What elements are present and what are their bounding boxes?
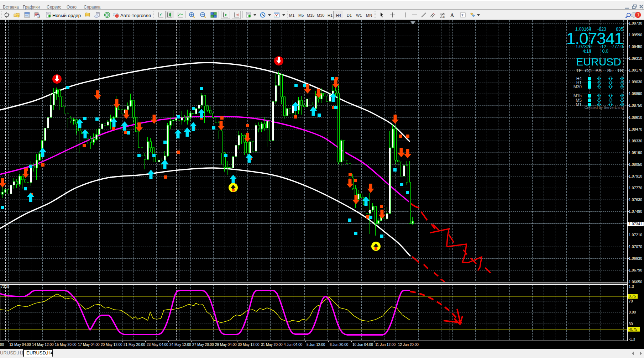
svg-text:15 May 20:00: 15 May 20:00 xyxy=(55,343,77,347)
svg-text:1.08190: 1.08190 xyxy=(629,151,642,155)
svg-text:7319: 7319 xyxy=(1,284,9,289)
svg-text:1.07070: 1.07070 xyxy=(629,244,642,249)
svg-text:Created by ServerUang: Created by ServerUang xyxy=(585,105,624,110)
svg-text:20 May 12:00: 20 May 12:00 xyxy=(101,343,122,347)
svg-text:1.07630: 1.07630 xyxy=(629,198,642,202)
svg-text:0.0: 0.0 xyxy=(602,49,608,54)
svg-text:-0.75: -0.75 xyxy=(629,327,637,331)
svg-text:4:14: 4:14 xyxy=(583,49,591,54)
svg-text:11 Jun 12:00: 11 Jun 12:00 xyxy=(375,343,396,347)
svg-text:TR: TR xyxy=(617,68,623,73)
svg-text:M1: M1 xyxy=(576,102,582,107)
svg-text:0.00: 0.00 xyxy=(629,310,636,314)
svg-text:1.07490: 1.07490 xyxy=(629,209,642,214)
svg-text:1.09450: 1.09450 xyxy=(629,44,642,49)
svg-text:1.07341: 1.07341 xyxy=(629,222,642,226)
svg-text:30: 30 xyxy=(629,322,633,326)
svg-text:0.75: 0.75 xyxy=(629,294,636,298)
svg-text:30 May 12:00: 30 May 12:00 xyxy=(238,343,260,347)
svg-text:TF: TF xyxy=(576,68,582,73)
svg-text:1.07910: 1.07910 xyxy=(629,174,642,178)
svg-text:10 Jun 04:00: 10 Jun 04:00 xyxy=(352,343,373,347)
svg-text:1.08750: 1.08750 xyxy=(629,103,642,107)
svg-text:Str: Str xyxy=(607,68,613,73)
svg-text:1.09170: 1.09170 xyxy=(629,68,642,72)
svg-text:5 Jun 12:00: 5 Jun 12:00 xyxy=(307,343,325,347)
svg-text:70: 70 xyxy=(629,299,633,303)
svg-text:17 May 04:00: 17 May 04:00 xyxy=(78,343,100,347)
svg-text:-1.3: -1.3 xyxy=(629,337,635,341)
svg-text:1.09030: 1.09030 xyxy=(629,80,642,84)
svg-text:1.09310: 1.09310 xyxy=(629,56,642,60)
svg-text:00: 00 xyxy=(0,343,4,347)
svg-text:CC: CC xyxy=(585,68,592,73)
svg-text:1.09730: 1.09730 xyxy=(629,21,642,25)
svg-text:1.07770: 1.07770 xyxy=(629,186,642,190)
svg-text:1.07329: 1.07329 xyxy=(576,44,592,49)
svg-text:1.08050: 1.08050 xyxy=(629,162,642,167)
svg-text:EURUSD: EURUSD xyxy=(576,56,621,68)
svg-text:1.08610: 1.08610 xyxy=(629,115,642,120)
svg-text:-12: -12 xyxy=(600,44,606,49)
svg-text:27 May 20:00: 27 May 20:00 xyxy=(192,343,214,347)
svg-text:1.06790: 1.06790 xyxy=(629,268,642,272)
svg-text:1.06930: 1.06930 xyxy=(629,256,642,260)
svg-text:12 Jun 20:00: 12 Jun 20:00 xyxy=(398,343,419,347)
svg-text:29 May 04:00: 29 May 04:00 xyxy=(215,343,237,347)
svg-text:13 May 04:00: 13 May 04:00 xyxy=(9,343,31,347)
svg-text:1.08330: 1.08330 xyxy=(629,139,642,143)
svg-text:1.08890: 1.08890 xyxy=(629,91,642,96)
svg-text:1.08470: 1.08470 xyxy=(629,127,642,131)
svg-text:21 May 20:00: 21 May 20:00 xyxy=(124,343,145,347)
svg-text:-777.0: -777.0 xyxy=(611,44,623,49)
svg-text:4 Jun 04:00: 4 Jun 04:00 xyxy=(284,343,303,347)
svg-text:1.09590: 1.09590 xyxy=(629,33,642,37)
svg-text:6 Jun 20:00: 6 Jun 20:00 xyxy=(330,343,349,347)
svg-text:1.3: 1.3 xyxy=(629,284,634,289)
svg-text:31 May 20:00: 31 May 20:00 xyxy=(261,343,283,347)
svg-text:M30: M30 xyxy=(574,84,582,89)
svg-text:23 May 04:00: 23 May 04:00 xyxy=(147,343,168,347)
svg-text:1.07210: 1.07210 xyxy=(629,233,642,237)
svg-text:BS: BS xyxy=(596,68,602,73)
svg-text:1.06650: 1.06650 xyxy=(629,280,642,284)
svg-text:M15: M15 xyxy=(574,93,582,98)
svg-text:14 May 12:00: 14 May 12:00 xyxy=(32,343,54,347)
svg-text:24 May 12:00: 24 May 12:00 xyxy=(169,343,191,347)
